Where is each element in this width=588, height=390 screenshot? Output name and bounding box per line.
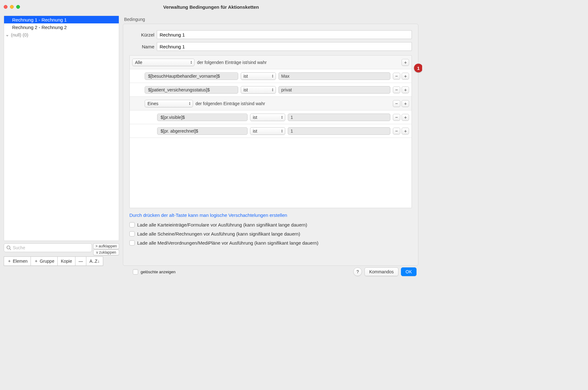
operator-select[interactable]: ist ▲▼ <box>241 86 276 94</box>
name-label: Name <box>129 44 154 49</box>
condition-row[interactable]: $[besuchHauptbehandler_vorname]$ ist ▲▼ … <box>130 69 412 83</box>
sidebar-toolbar: ＋ Elemen ＋ Gruppe Kopie — A..Z↓ <box>4 256 119 266</box>
tree-item-label: Rechnung 2 - Rechnung 2 <box>12 25 67 30</box>
ok-button[interactable]: OK <box>401 267 417 276</box>
checkbox-show-deleted[interactable] <box>133 269 138 275</box>
group-row-one[interactable]: Eines ▲▼ der folgenden Einträge ist/sind… <box>130 97 412 110</box>
add-element-button[interactable]: ＋ Elemen <box>4 256 31 266</box>
checkbox-label: Lade alle Scheine/Rechnungen vor Ausführ… <box>137 231 300 236</box>
sidebar-bottom: > aufklappen v zuklappen ＋ Elemen ＋ Grup… <box>4 243 119 266</box>
chevron-down-icon[interactable]: ⌄ <box>5 32 11 37</box>
titlebar: Verwaltung Bedingungen für Aktionsketten <box>0 0 422 14</box>
checkbox-load-scheine[interactable] <box>129 231 135 236</box>
commands-button[interactable]: Kommandos <box>364 267 398 276</box>
select-value: Eines <box>147 101 158 106</box>
stepper-icon: ▲▼ <box>281 129 283 133</box>
group-suffix: der folgenden Einträge ist/sind wahr <box>197 60 267 65</box>
group-suffix: der folgenden Einträge ist/sind wahr <box>195 101 265 106</box>
remove-button[interactable]: — <box>75 256 86 266</box>
field-token[interactable]: $[patient_versicherungsstatus]$ <box>145 86 238 94</box>
field-token[interactable]: $[pr.visible]$ <box>157 114 248 121</box>
checkbox-label: Lade alle Karteieinträge/Formulare vor A… <box>137 222 307 227</box>
add-condition-button[interactable]: ＋ <box>402 73 409 80</box>
select-value: ist <box>243 74 248 79</box>
group-row-all[interactable]: Alle ▲▼ der folgenden Einträge ist/sind … <box>130 56 412 69</box>
alt-hint: Durch drücken der alt-Taste kann man log… <box>129 212 412 218</box>
add-condition-button[interactable]: ＋ <box>402 59 409 66</box>
stepper-icon: ▲▼ <box>281 115 283 119</box>
tree-item-label: (null) (0) <box>11 32 28 37</box>
add-condition-button[interactable]: ＋ <box>402 114 409 121</box>
value-text: Max <box>281 74 289 79</box>
field-text: $[besuchHauptbehandler_vorname]$ <box>148 74 220 79</box>
tree-item-null-group[interactable]: ⌄ (null) (0) <box>4 31 119 38</box>
field-text: $[patient_versicherungsstatus]$ <box>148 87 210 92</box>
tree[interactable]: Rechnung 1 - Rechnung 1 Rechnung 2 - Rec… <box>4 16 119 241</box>
checkbox-label: gelöschte anzeigen <box>141 270 176 274</box>
select-value: ist <box>243 87 248 92</box>
remove-condition-button[interactable]: − <box>393 86 400 93</box>
sidebar: Rechnung 1 - Rechnung 1 Rechnung 2 - Rec… <box>4 14 119 266</box>
help-button[interactable]: ? <box>353 267 362 276</box>
condition-panel: Kürzel Name Alle ▲▼ der folgenden Einträ… <box>123 24 418 266</box>
search-wrap <box>4 243 92 252</box>
name-input[interactable] <box>157 42 412 51</box>
add-condition-button[interactable]: ＋ <box>402 128 409 134</box>
tree-item-rechnung1[interactable]: Rechnung 1 - Rechnung 1 <box>4 16 119 23</box>
sort-button[interactable]: A..Z↓ <box>86 256 103 266</box>
badge-count: 1 <box>414 64 422 72</box>
copy-button[interactable]: Kopie <box>57 256 75 266</box>
search-input[interactable] <box>4 243 92 252</box>
checkbox-load-kartei[interactable] <box>129 222 135 227</box>
remove-condition-button[interactable]: − <box>393 114 400 121</box>
body: Rechnung 1 - Rechnung 1 Rechnung 2 - Rec… <box>0 14 422 266</box>
field-text: $[pr.visible]$ <box>161 115 185 120</box>
stepper-icon: ▲▼ <box>272 74 274 78</box>
field-token[interactable]: $[besuchHauptbehandler_vorname]$ <box>145 72 238 80</box>
value-text: 1 <box>291 129 293 134</box>
plus-icon: ＋ <box>7 258 12 264</box>
search-icon <box>6 245 11 251</box>
remove-group-button[interactable]: − <box>393 100 400 107</box>
value-text: privat <box>281 87 292 92</box>
plus-icon: ＋ <box>34 258 38 264</box>
add-group-button[interactable]: ＋ Gruppe <box>31 256 58 266</box>
condition-row[interactable]: $[pr. abgerechnet]$ ist ▲▼ 1 − ＋ <box>130 124 412 138</box>
operator-select[interactable]: ist ▲▼ <box>250 114 285 121</box>
footer: gelöschte anzeigen ? Kommandos OK <box>0 266 422 280</box>
field-token[interactable]: $[pr. abgerechnet]$ <box>157 127 248 135</box>
tree-item-rechnung2[interactable]: Rechnung 2 - Rechnung 2 <box>4 23 119 31</box>
select-value: ist <box>253 129 257 134</box>
window: Verwaltung Bedingungen für Aktionsketten… <box>0 0 422 280</box>
stepper-icon: ▲▼ <box>189 102 191 105</box>
select-value: ist <box>253 115 257 120</box>
btn-label: Elemen <box>13 259 27 264</box>
collapse-all-button[interactable]: v zuklappen <box>93 250 119 255</box>
expand-all-button[interactable]: > aufklappen <box>93 243 119 249</box>
quantifier-select[interactable]: Eines ▲▼ <box>145 100 193 107</box>
btn-label: Gruppe <box>40 259 54 264</box>
kuerzel-label: Kürzel <box>129 32 154 37</box>
remove-condition-button[interactable]: − <box>393 73 400 80</box>
value-field[interactable]: 1 <box>288 114 390 121</box>
quantifier-select[interactable]: Alle ▲▼ <box>132 59 195 66</box>
window-title: Verwaltung Bedingungen für Aktionsketten <box>0 4 422 10</box>
section-label: Bedingung <box>124 17 418 22</box>
value-field[interactable]: 1 <box>288 127 390 135</box>
operator-select[interactable]: ist ▲▼ <box>241 72 276 80</box>
conditions-editor: Alle ▲▼ der folgenden Einträge ist/sind … <box>129 55 412 208</box>
kuerzel-input[interactable] <box>157 30 412 39</box>
checkbox-load-medi[interactable] <box>129 240 135 246</box>
value-field[interactable]: privat <box>278 86 390 94</box>
add-condition-button[interactable]: ＋ <box>402 86 409 93</box>
remove-condition-button[interactable]: − <box>393 128 400 134</box>
operator-select[interactable]: ist ▲▼ <box>250 127 285 135</box>
condition-row[interactable]: $[pr.visible]$ ist ▲▼ 1 − ＋ <box>130 110 412 124</box>
main: Bedingung Kürzel Name Alle ▲▼ <box>123 14 418 266</box>
value-field[interactable]: Max <box>278 72 390 80</box>
value-text: 1 <box>291 115 293 120</box>
add-condition-button[interactable]: ＋ <box>402 100 409 107</box>
svg-point-0 <box>7 246 10 249</box>
condition-row[interactable]: $[patient_versicherungsstatus]$ ist ▲▼ p… <box>130 83 412 97</box>
svg-line-1 <box>10 249 11 250</box>
